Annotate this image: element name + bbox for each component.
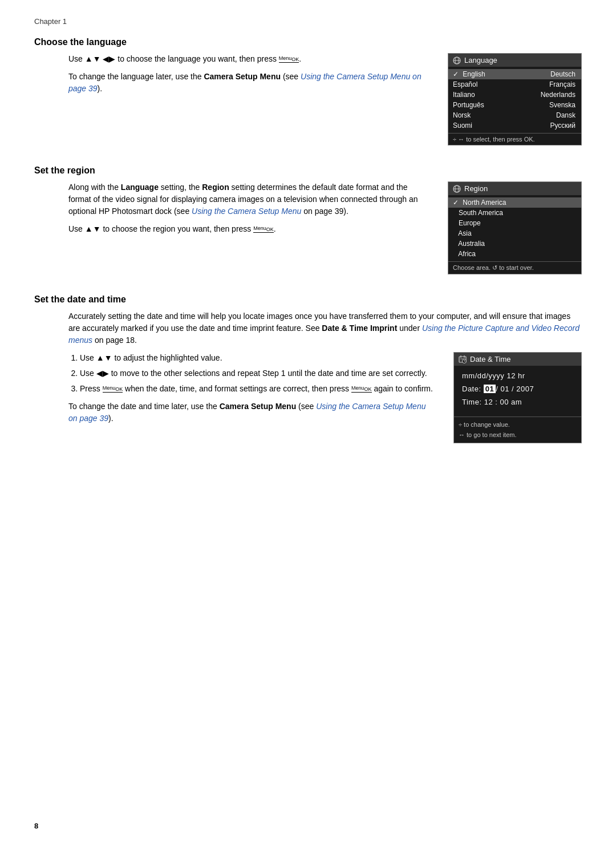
globe-icon	[453, 56, 461, 64]
datetime-steps-block: Use ▲▼ to adjust the highlighted value. …	[68, 352, 436, 430]
datetime-time-line: Time: 12 : 00 am	[462, 398, 573, 406]
datetime-ui-body: mm/dd/yyyy 12 hr Date: 01/ 01 / 2007 Tim…	[454, 366, 581, 417]
nav-updown2: ▲▼	[96, 353, 112, 362]
russian-option: Русский	[550, 122, 576, 130]
asia-option: Asia	[453, 229, 472, 237]
language-ui-header-label: Language	[464, 56, 497, 64]
norsk-option: Norsk	[453, 111, 471, 119]
checkmark-region-icon: ✓	[453, 199, 459, 207]
language-row-english: ✓ English Deutsch	[448, 69, 581, 79]
region-ui-footer: Choose area. ↺ to start over.	[448, 261, 581, 274]
region-row-northamerica: ✓ North America	[448, 197, 581, 208]
time-value: 12 : 00 am	[484, 398, 522, 406]
section-set-region: Set the region Along with the Language s…	[34, 165, 582, 274]
menu-ok-symbol: MenuOK	[279, 56, 299, 63]
north-america-option: ✓ North America	[453, 199, 506, 207]
camera-setup-dt-bold: Camera Setup Menu	[220, 402, 297, 411]
language-para1: Use ▲▼ ◀▶ to choose the language you wan…	[68, 53, 425, 65]
language-row-suomi: Suomi Русский	[448, 120, 581, 131]
date-label: Date:	[462, 385, 481, 393]
menu-ok-symbol-4: MenuOK	[351, 386, 372, 393]
camera-setup-bold: Camera Setup Menu	[204, 72, 281, 81]
language-text-block: Use ▲▼ ◀▶ to choose the language you wan…	[34, 53, 425, 100]
region-ui-widget: Region ✓ North America South America Eur…	[448, 181, 582, 274]
region-ui-header-label: Region	[464, 184, 488, 193]
time-label: Time:	[462, 398, 482, 406]
section-choose-language: Choose the language Use ▲▼ ◀▶ to choose …	[34, 37, 582, 145]
svenska-option: Svenska	[549, 101, 576, 109]
deutsch-option: Deutsch	[550, 70, 576, 78]
datetime-imprint-bold: Date & Time Imprint	[322, 324, 397, 333]
region-para2: Use ▲▼ to choose the region you want, th…	[68, 223, 425, 235]
language-ui-widget: Language ✓ English Deutsch Español Franç…	[448, 53, 582, 145]
language-row-norsk: Norsk Dansk	[448, 110, 581, 120]
region-para1: Along with the Language setting, the Reg…	[68, 181, 425, 217]
datetime-step-2: Use ◀▶ to move to the other selections a…	[80, 367, 436, 379]
region-bold: Region	[202, 183, 229, 192]
language-para2: To change the language later, use the Ca…	[68, 71, 425, 95]
datetime-footer-line1: ÷ to change value.	[459, 420, 577, 430]
datetime-text-block: Accurately setting the date and time wil…	[34, 310, 582, 443]
date-day-highlight: 01	[484, 385, 496, 393]
nav-leftright: ◀▶	[96, 369, 109, 378]
language-bold: Language	[121, 183, 159, 192]
page-number: 8	[34, 822, 38, 830]
region-cam-ui: Region ✓ North America South America Eur…	[448, 181, 582, 274]
checkmark-icon: ✓	[453, 70, 459, 78]
datetime-step-1: Use ▲▼ to adjust the highlighted value.	[80, 352, 436, 364]
datetime-ui-header-label: Date & Time	[470, 355, 511, 363]
datetime-steps-and-ui: Use ▲▼ to adjust the highlighted value. …	[68, 352, 582, 443]
australia-option: Australia	[453, 240, 485, 248]
nederlands-option: Nederlands	[541, 91, 576, 99]
language-cam-ui: Language ✓ English Deutsch Español Franç…	[448, 53, 582, 145]
europe-option: Europe	[453, 219, 481, 227]
datetime-step-3: Press MenuOK when the date, time, and fo…	[80, 383, 436, 395]
english-option: ✓ English	[453, 70, 485, 78]
menu-ok-symbol-2: MenuOK	[253, 226, 274, 233]
suomi-option: Suomi	[453, 122, 472, 130]
region-row-asia: Asia	[448, 228, 581, 238]
datetime-steps-list: Use ▲▼ to adjust the highlighted value. …	[68, 352, 436, 395]
datetime-cam-ui: Date & Time mm/dd/yyyy 12 hr Date: 01/ 0…	[453, 352, 582, 443]
region-row-africa: Africa	[448, 249, 581, 259]
nav-arrows-symbol: ▲▼ ◀▶	[85, 54, 116, 63]
south-america-option: South America	[453, 209, 503, 217]
section-heading-language: Choose the language	[34, 37, 582, 47]
clock-icon	[459, 355, 467, 363]
section-heading-region: Set the region	[34, 165, 582, 176]
datetime-para-last: To change the date and time later, use t…	[68, 401, 436, 425]
region-row-southamerica: South America	[448, 208, 581, 218]
datetime-ui-header: Date & Time	[454, 353, 581, 366]
region-row-australia: Australia	[448, 238, 581, 249]
language-ui-footer: ÷ ↔ to select, then press OK.	[448, 133, 581, 145]
region-row-europe: Europe	[448, 218, 581, 228]
menu-ok-symbol-3: MenuOK	[103, 386, 123, 393]
portugues-option: Português	[453, 101, 484, 109]
language-ui-body: ✓ English Deutsch Español Français Itali…	[448, 67, 581, 133]
francais-option: Français	[549, 80, 576, 88]
section-heading-datetime: Set the date and time	[34, 294, 582, 305]
language-row-italiano: Italiano Nederlands	[448, 90, 581, 100]
language-ui-header: Language	[448, 54, 581, 67]
language-row-espanol: Español Français	[448, 79, 581, 90]
italiano-option: Italiano	[453, 91, 475, 99]
date-rest: / 01 / 2007	[496, 385, 534, 393]
espanol-option: Español	[453, 80, 477, 88]
datetime-ui-widget: Date & Time mm/dd/yyyy 12 hr Date: 01/ 0…	[453, 352, 582, 443]
dansk-option: Dansk	[556, 111, 576, 119]
africa-option: Africa	[453, 250, 476, 258]
datetime-footer-line2: ↔ to go to next item.	[459, 430, 577, 440]
language-row-portugues: Português Svenska	[448, 100, 581, 110]
datetime-date-line: Date: 01/ 01 / 2007	[462, 385, 573, 393]
nav-updown-symbol: ▲▼	[85, 224, 101, 233]
region-ui-header: Region	[448, 182, 581, 195]
datetime-ui-footer: ÷ to change value. ↔ to go to next item.	[454, 417, 581, 443]
section-set-datetime: Set the date and time Accurately setting…	[34, 294, 582, 443]
camera-setup-region-link[interactable]: Using the Camera Setup Menu	[192, 207, 301, 216]
datetime-format-line: mm/dd/yyyy 12 hr	[462, 371, 573, 380]
datetime-para1: Accurately setting the date and time wil…	[68, 310, 582, 346]
region-text-block: Along with the Language setting, the Reg…	[34, 181, 425, 241]
region-ui-body: ✓ North America South America Europe Asi…	[448, 195, 581, 261]
chapter-label: Chapter 1	[34, 17, 582, 26]
globe-region-icon	[453, 185, 461, 193]
